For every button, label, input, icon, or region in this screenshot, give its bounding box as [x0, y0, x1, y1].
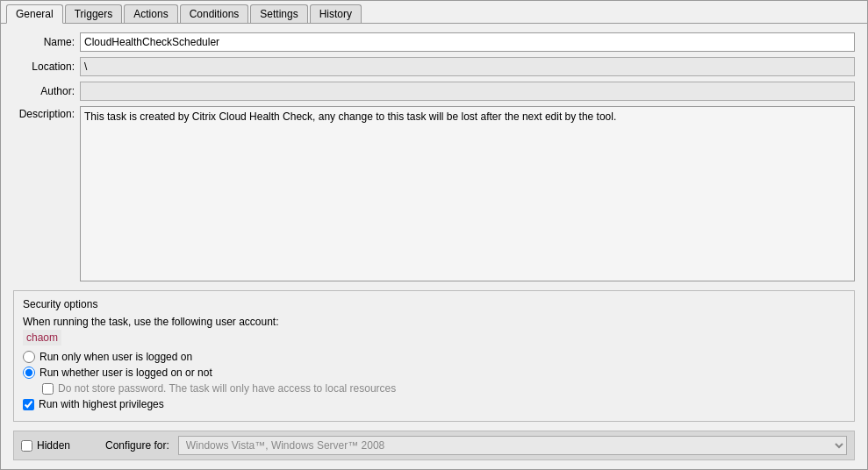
tab-actions[interactable]: Actions	[124, 4, 177, 23]
hidden-checkbox[interactable]	[21, 440, 32, 452]
tab-settings[interactable]: Settings	[250, 4, 307, 23]
location-row: Location: \	[13, 57, 855, 76]
tab-conditions[interactable]: Conditions	[180, 4, 249, 23]
description-textarea[interactable]: This task is created by Citrix Cloud Hea…	[80, 106, 855, 281]
option2-row: Run whether user is logged on or not	[23, 367, 845, 379]
highest-privileges-row: Run with highest privileges	[23, 398, 845, 410]
option1-label: Run only when user is logged on	[39, 351, 192, 363]
security-subtitle: When running the task, use the following…	[23, 316, 845, 328]
configure-label: Configure for:	[105, 439, 169, 452]
description-area: Description: This task is created by Cit…	[13, 106, 855, 281]
hidden-label: Hidden	[37, 439, 70, 452]
no-password-label: Do not store password. The task will onl…	[58, 382, 396, 395]
security-title: Security options	[23, 298, 845, 310]
configure-select[interactable]: Windows Vista™, Windows Server™ 2008	[178, 436, 847, 455]
description-label: Description:	[13, 106, 75, 281]
tab-general[interactable]: General	[6, 4, 63, 24]
name-label: Name:	[13, 36, 75, 48]
no-password-checkbox[interactable]	[42, 383, 54, 395]
tab-history[interactable]: History	[310, 4, 362, 23]
author-row: Author:	[13, 82, 855, 101]
tab-bar: General Triggers Actions Conditions Sett…	[1, 1, 867, 24]
general-content: Name: Location: \ Author: Description: T…	[1, 24, 867, 469]
name-input[interactable]	[80, 32, 855, 52]
hidden-row: Hidden	[21, 439, 70, 452]
author-value	[80, 82, 855, 101]
tab-triggers[interactable]: Triggers	[65, 4, 123, 23]
task-dialog: General Triggers Actions Conditions Sett…	[0, 0, 868, 470]
highest-privileges-label: Run with highest privileges	[39, 398, 164, 410]
bottom-row: Hidden Configure for: Windows Vista™, Wi…	[13, 431, 855, 460]
author-label: Author:	[13, 85, 75, 97]
option2-radio[interactable]	[23, 367, 35, 379]
highest-privileges-checkbox[interactable]	[23, 399, 34, 410]
name-row: Name:	[13, 32, 855, 52]
option1-radio[interactable]	[23, 351, 35, 363]
location-label: Location:	[13, 61, 75, 73]
no-password-row: Do not store password. The task will onl…	[42, 382, 845, 395]
option1-row: Run only when user is logged on	[23, 351, 845, 363]
option2-label: Run whether user is logged on or not	[39, 367, 212, 379]
location-value: \	[80, 57, 855, 76]
security-section: Security options When running the task, …	[13, 290, 855, 422]
security-username: chaom	[23, 330, 61, 345]
